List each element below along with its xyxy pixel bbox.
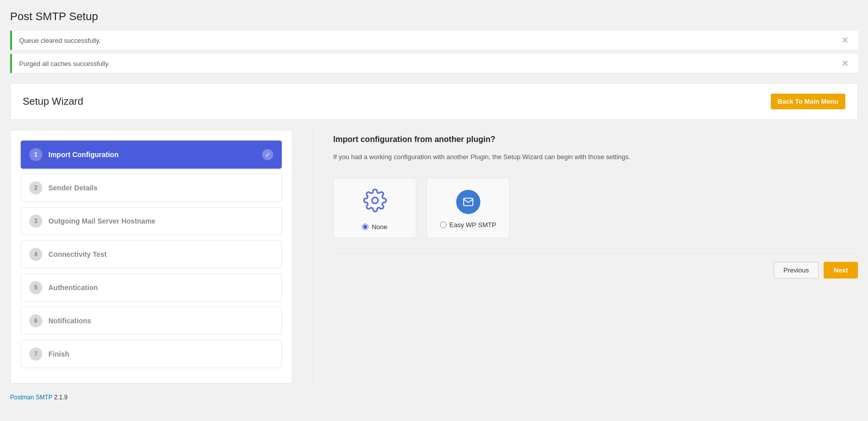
option-radio-row: None bbox=[362, 223, 387, 231]
postman-smtp-link[interactable]: Postman SMTP bbox=[10, 394, 52, 401]
steps-panel: 1 Import Configuration ✓ 2 Sender Detail… bbox=[10, 130, 292, 384]
notices-container: Queue cleared successfully. ✕ Purged all… bbox=[10, 31, 858, 73]
notice-text: Queue cleared successfully. bbox=[19, 37, 101, 44]
step-check-icon: ✓ bbox=[262, 149, 273, 160]
divider bbox=[313, 130, 313, 384]
main-content: 1 Import Configuration ✓ 2 Sender Detail… bbox=[10, 130, 858, 384]
step-item-notifications[interactable]: 6 Notifications bbox=[21, 307, 282, 335]
options-row: None Easy WP SMTP bbox=[333, 178, 858, 238]
notice-close-button[interactable]: ✕ bbox=[839, 59, 851, 68]
step-number: 1 bbox=[29, 148, 42, 161]
step-item-import-configuration[interactable]: 1 Import Configuration ✓ bbox=[21, 141, 282, 169]
step-number: 3 bbox=[29, 215, 42, 228]
setup-card-header: Setup Wizard Back To Main Menu bbox=[10, 83, 858, 120]
step-number: 2 bbox=[29, 181, 42, 194]
step-number: 4 bbox=[29, 248, 42, 261]
footer: Postman SMTP 2.1.9 bbox=[10, 394, 858, 401]
step-label: Connectivity Test bbox=[48, 250, 273, 258]
option-radio-row: Easy WP SMTP bbox=[440, 221, 497, 229]
step-item-authentication[interactable]: 5 Authentication bbox=[21, 273, 282, 302]
step-item-finish[interactable]: 7 Finish bbox=[21, 340, 282, 368]
option-radio-none[interactable] bbox=[362, 224, 368, 230]
footer-version: 2.1.9 bbox=[54, 394, 68, 401]
option-label-easy-wp-smtp: Easy WP SMTP bbox=[450, 221, 497, 229]
option-label-none: None bbox=[371, 223, 387, 231]
step-item-connectivity-test[interactable]: 4 Connectivity Test bbox=[21, 240, 282, 268]
content-heading: Import configuration from another plugin… bbox=[333, 135, 858, 144]
step-label: Sender Details bbox=[48, 184, 273, 192]
step-label: Import Configuration bbox=[48, 151, 262, 159]
option-card-easy-wp-smtp[interactable]: Easy WP SMTP bbox=[426, 178, 510, 238]
notice-text: Purged all caches successfully. bbox=[19, 60, 110, 67]
bottom-bar: Previous Next bbox=[333, 253, 858, 278]
step-label: Outgoing Mail Server Hostname bbox=[48, 217, 273, 225]
step-item-sender-details[interactable]: 2 Sender Details bbox=[21, 174, 282, 202]
setup-wizard-title: Setup Wizard bbox=[23, 96, 83, 107]
step-item-outgoing-mail-server-hostname[interactable]: 3 Outgoing Mail Server Hostname bbox=[21, 207, 282, 235]
step-label: Authentication bbox=[48, 284, 273, 292]
option-card-none[interactable]: None bbox=[333, 178, 416, 238]
step-number: 7 bbox=[29, 347, 42, 361]
step-label: Notifications bbox=[48, 317, 273, 325]
mail-icon bbox=[456, 190, 480, 214]
next-button[interactable]: Next bbox=[824, 262, 858, 278]
notice-item: Purged all caches successfully. ✕ bbox=[10, 54, 858, 73]
step-number: 6 bbox=[29, 314, 42, 327]
notice-close-button[interactable]: ✕ bbox=[839, 36, 851, 45]
previous-button[interactable]: Previous bbox=[774, 262, 819, 278]
step-number: 5 bbox=[29, 281, 42, 294]
page-title: Post SMTP Setup bbox=[10, 10, 858, 23]
gear-icon bbox=[363, 188, 387, 214]
svg-point-0 bbox=[372, 197, 378, 203]
content-panel: Import configuration from another plugin… bbox=[333, 130, 858, 384]
step-label: Finish bbox=[48, 350, 273, 358]
back-to-main-menu-button[interactable]: Back To Main Menu bbox=[771, 94, 845, 109]
content-description: If you had a working configuration with … bbox=[333, 152, 858, 163]
notice-item: Queue cleared successfully. ✕ bbox=[10, 31, 858, 50]
option-radio-easy-wp-smtp[interactable] bbox=[440, 222, 447, 228]
